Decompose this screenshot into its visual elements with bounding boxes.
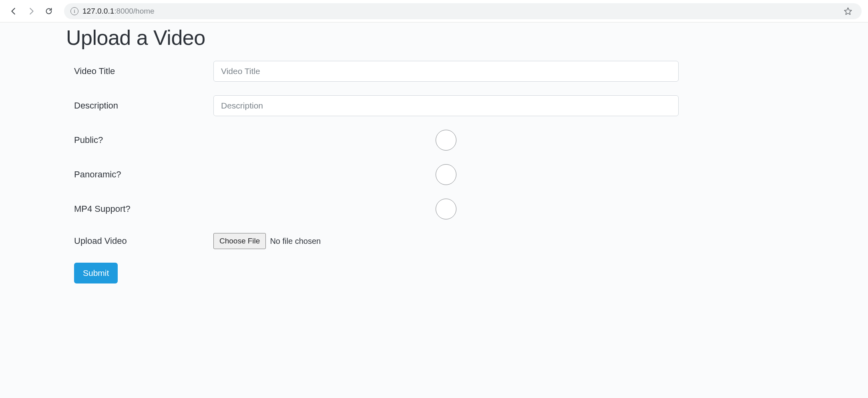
file-status-text: No file chosen bbox=[270, 237, 321, 246]
panoramic-toggle[interactable] bbox=[436, 164, 456, 185]
row-mp4: MP4 Support? bbox=[66, 199, 679, 219]
forward-button[interactable] bbox=[24, 4, 38, 18]
address-bar[interactable]: i 127.0.0.1:8000/home bbox=[64, 3, 862, 19]
site-info-icon[interactable]: i bbox=[70, 7, 78, 15]
row-upload: Upload Video Choose File No file chosen bbox=[66, 233, 679, 249]
reload-button[interactable] bbox=[42, 4, 56, 18]
arrow-right-icon bbox=[27, 7, 36, 16]
choose-file-button[interactable]: Choose File bbox=[213, 233, 266, 249]
browser-toolbar: i 127.0.0.1:8000/home bbox=[0, 0, 868, 22]
description-input[interactable] bbox=[213, 95, 679, 116]
url-host: 127.0.0.1 bbox=[82, 7, 114, 15]
label-upload: Upload Video bbox=[74, 236, 213, 246]
public-toggle[interactable] bbox=[436, 130, 456, 151]
label-panoramic: Panoramic? bbox=[74, 169, 213, 180]
url-path: :8000/home bbox=[114, 7, 154, 15]
submit-button[interactable]: Submit bbox=[74, 263, 118, 283]
back-button[interactable] bbox=[6, 4, 21, 18]
label-mp4: MP4 Support? bbox=[74, 204, 213, 214]
row-description: Description bbox=[66, 95, 679, 116]
url-text: 127.0.0.1:8000/home bbox=[82, 7, 155, 16]
row-video-title: Video Title bbox=[66, 61, 679, 82]
label-public: Public? bbox=[74, 135, 213, 145]
page-title: Upload a Video bbox=[66, 26, 679, 50]
reload-icon bbox=[44, 7, 53, 16]
video-title-input[interactable] bbox=[213, 61, 679, 82]
page-content: Upload a Video Video Title Description P… bbox=[0, 22, 868, 300]
star-icon bbox=[844, 7, 852, 16]
row-panoramic: Panoramic? bbox=[66, 164, 679, 185]
bookmark-button[interactable] bbox=[841, 4, 855, 18]
mp4-toggle[interactable] bbox=[436, 199, 456, 219]
row-public: Public? bbox=[66, 130, 679, 151]
label-description: Description bbox=[74, 101, 213, 111]
label-video-title: Video Title bbox=[74, 66, 213, 76]
arrow-left-icon bbox=[9, 7, 18, 16]
